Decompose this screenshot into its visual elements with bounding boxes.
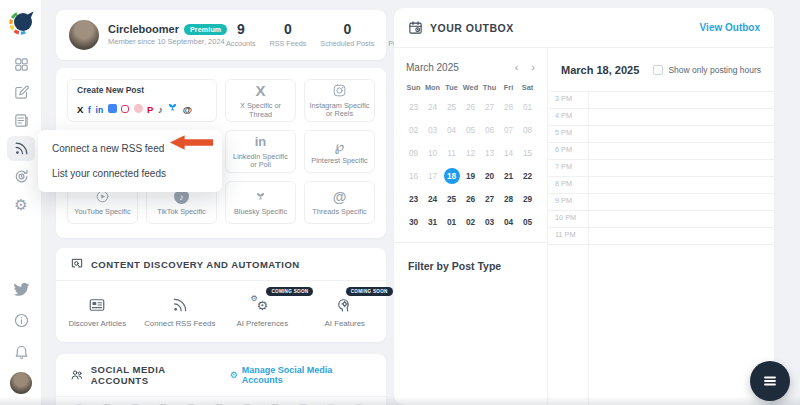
calendar-day[interactable]: 08 bbox=[518, 118, 537, 141]
manage-social-accounts-link[interactable]: ⚙ Manage Social Media Accounts bbox=[230, 365, 372, 385]
calendar-day[interactable]: 24 bbox=[423, 187, 442, 210]
discovery-item-ai-preferences[interactable]: ⚙⚙COMING SOONAI Preferences bbox=[221, 295, 304, 328]
calendar-day[interactable]: 29 bbox=[518, 187, 537, 210]
calendar-day[interactable]: 25 bbox=[442, 187, 461, 210]
calendar-day[interactable]: 03 bbox=[480, 210, 499, 233]
calendar-day[interactable]: 06 bbox=[480, 118, 499, 141]
calendar-day[interactable]: 26 bbox=[461, 95, 480, 118]
button-bluesky-specific[interactable]: Bluesky Specific bbox=[225, 181, 296, 224]
calendar-day[interactable]: 05 bbox=[461, 118, 480, 141]
sidebar-item-dashboard[interactable] bbox=[7, 52, 35, 77]
calendar-day[interactable]: 30 bbox=[404, 210, 423, 233]
calendar-day[interactable]: 02 bbox=[404, 118, 423, 141]
button-pinterest-specific[interactable]: ℘Pinterest Specific bbox=[304, 130, 375, 173]
sidebar-item-twitter[interactable] bbox=[7, 277, 35, 302]
quick-instagram-icon[interactable] bbox=[121, 99, 129, 117]
calendar-day[interactable]: 26 bbox=[461, 187, 480, 210]
threads-icon: @ bbox=[333, 188, 347, 205]
calendar-day[interactable]: 19 bbox=[461, 164, 480, 187]
quick-threads-icon[interactable]: @ bbox=[183, 99, 192, 117]
discovery-item-connect-rss-feeds[interactable]: Connect RSS Feeds bbox=[139, 295, 222, 328]
calendar-day[interactable]: 21 bbox=[499, 164, 518, 187]
calendar-day[interactable]: 27 bbox=[480, 95, 499, 118]
quick-facebook-icon[interactable]: f bbox=[88, 99, 91, 117]
instagram-icon bbox=[332, 82, 347, 99]
calendar-day[interactable]: 12 bbox=[461, 141, 480, 164]
menu-item-list-feeds[interactable]: List your connected feeds bbox=[38, 161, 222, 186]
button-linkedin-specific-or-poll[interactable]: inLinkedin Specific or Poll bbox=[225, 130, 296, 173]
selected-date-label: March 18, 2025 bbox=[561, 64, 639, 76]
calendar-day[interactable]: 11 bbox=[442, 141, 461, 164]
calendar-day[interactable]: 01 bbox=[442, 210, 461, 233]
calendar-day[interactable]: 31 bbox=[423, 210, 442, 233]
calendar-day[interactable]: 01 bbox=[518, 95, 537, 118]
sidebar-item-notifications[interactable] bbox=[7, 339, 35, 364]
calendar-day[interactable]: 15 bbox=[518, 141, 537, 164]
sidebar-item-rss-feeds[interactable] bbox=[7, 136, 35, 161]
quick-google-business-icon[interactable] bbox=[108, 99, 117, 117]
time-slot-row[interactable]: 3 PM bbox=[548, 92, 774, 109]
calendar-day[interactable]: 07 bbox=[499, 118, 518, 141]
time-slot-row[interactable]: 10 PM bbox=[548, 211, 774, 228]
quick-x-icon[interactable]: X bbox=[77, 99, 83, 117]
sidebar-item-automation[interactable] bbox=[7, 164, 35, 189]
calendar-day[interactable]: 04 bbox=[442, 118, 461, 141]
posting-hours-checkbox[interactable] bbox=[653, 65, 663, 75]
time-slot-row[interactable]: 11 PM bbox=[548, 228, 774, 245]
calendar-day[interactable]: 02 bbox=[461, 210, 480, 233]
time-slot-row[interactable]: 7 PM bbox=[548, 160, 774, 177]
sidebar-item-articles[interactable] bbox=[7, 108, 35, 133]
calendar-day[interactable]: 23 bbox=[404, 95, 423, 118]
quick-youtube-icon[interactable] bbox=[134, 99, 143, 117]
time-label: 11 PM bbox=[548, 228, 588, 244]
calendar-day[interactable]: 03 bbox=[423, 118, 442, 141]
calendar-next-icon[interactable]: › bbox=[531, 61, 535, 73]
calendar-day[interactable]: 04 bbox=[499, 210, 518, 233]
filter-by-post-type-title: Filter by Post Type bbox=[394, 243, 547, 289]
quick-menu-fab[interactable] bbox=[750, 361, 790, 401]
button-x-specific-or-thread[interactable]: XX Specific or Thread bbox=[225, 79, 296, 122]
discovery-item-label: Connect RSS Feeds bbox=[144, 319, 215, 328]
time-slot-row[interactable]: 6 PM bbox=[548, 143, 774, 160]
calendar-day[interactable]: 24 bbox=[423, 95, 442, 118]
sidebar-item-settings[interactable]: ⚙ bbox=[7, 192, 35, 217]
create-new-post-tile[interactable]: Create New Post XfinP♪@ bbox=[67, 79, 217, 122]
time-slot-row[interactable]: 5 PM bbox=[548, 126, 774, 143]
calendar-day[interactable]: 23 bbox=[404, 187, 423, 210]
calendar-day[interactable]: 05 bbox=[518, 210, 537, 233]
calendar-day[interactable]: 17 bbox=[423, 164, 442, 187]
calendar-day[interactable]: 25 bbox=[442, 95, 461, 118]
calendar-day[interactable]: 20 bbox=[480, 164, 499, 187]
quick-network-icons: XfinP♪@ bbox=[77, 99, 207, 117]
ai-preferences-icon: ⚙⚙COMING SOON bbox=[256, 295, 268, 315]
quick-linkedin-icon[interactable]: in bbox=[96, 99, 104, 117]
show-posting-hours-toggle[interactable]: Show only posting hours bbox=[653, 65, 761, 75]
sidebar-item-create-post[interactable] bbox=[7, 80, 35, 105]
view-outbox-link[interactable]: View Outbox bbox=[700, 22, 760, 33]
calendar-day[interactable]: 16 bbox=[404, 164, 423, 187]
discovery-item-ai-features[interactable]: COMING SOONAI Features bbox=[304, 295, 387, 328]
button-instagram-specific-or-reels[interactable]: Instagram Specific or Reels bbox=[304, 79, 375, 122]
circleboom-logo[interactable] bbox=[8, 10, 34, 36]
calendar-day[interactable]: 27 bbox=[480, 187, 499, 210]
button-threads-specific[interactable]: @Threads Specific bbox=[304, 181, 375, 224]
calendar-day[interactable]: 28 bbox=[499, 187, 518, 210]
time-slot-row[interactable]: 4 PM bbox=[548, 109, 774, 126]
calendar-prev-icon[interactable]: ‹ bbox=[515, 61, 519, 73]
quick-tiktok-icon[interactable]: ♪ bbox=[158, 99, 163, 117]
calendar-day[interactable]: 14 bbox=[499, 141, 518, 164]
calendar-day[interactable]: 22 bbox=[518, 164, 537, 187]
discovery-item-discover-articles[interactable]: Discover Articles bbox=[56, 295, 139, 328]
calendar-day[interactable]: 13 bbox=[480, 141, 499, 164]
calendar-day[interactable]: 18 bbox=[442, 164, 461, 187]
time-slot-row[interactable]: 8 PM bbox=[548, 177, 774, 194]
sidebar-item-info[interactable] bbox=[7, 308, 35, 333]
sidebar-item-profile[interactable] bbox=[7, 370, 35, 395]
calendar-day[interactable]: 28 bbox=[499, 95, 518, 118]
calendar-day[interactable]: 09 bbox=[404, 141, 423, 164]
quick-bluesky-icon[interactable] bbox=[167, 99, 178, 117]
time-slot-row[interactable]: 9 PM bbox=[548, 194, 774, 211]
discover-articles-icon bbox=[88, 295, 106, 315]
calendar-day[interactable]: 10 bbox=[423, 141, 442, 164]
quick-pinterest-icon[interactable]: P bbox=[147, 99, 153, 117]
